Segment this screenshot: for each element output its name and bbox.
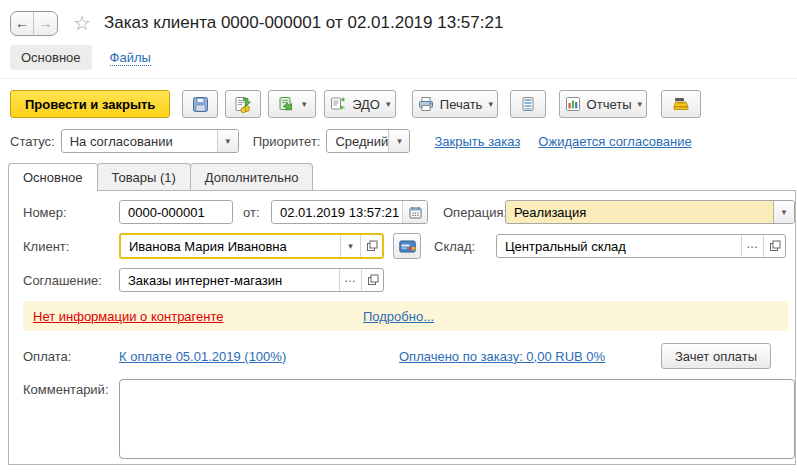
open-link-icon <box>769 240 781 252</box>
paid-by-order-link[interactable]: Оплачено по заказу: 0,00 RUB 0% <box>399 349 605 364</box>
page-title: Заказ клиента 0000-000001 от 02.01.2019 … <box>104 13 503 33</box>
number-value: 0000-000001 <box>120 205 232 220</box>
open-warehouse-button[interactable] <box>763 235 785 257</box>
dropdown-caret-icon[interactable]: ▾ <box>340 235 360 257</box>
choose-button[interactable]: … <box>339 269 361 291</box>
tab-goods[interactable]: Товары (1) <box>97 163 191 190</box>
nav-row: Основное Файлы <box>0 37 797 79</box>
report-chart-icon <box>565 96 581 112</box>
cash-register-icon <box>672 96 690 112</box>
client-row: Клиент: Иванова Мария Ивановна ▾ <box>15 233 795 259</box>
date-label: от: <box>243 205 265 220</box>
agreement-value: Заказы интернет-магазин <box>120 273 339 288</box>
status-row: Статус: На согласовании ▾ Приоритет: Сре… <box>0 119 797 154</box>
nav-item-files[interactable]: Файлы <box>110 50 151 66</box>
open-link-icon <box>366 240 378 252</box>
no-counterparty-info-link[interactable]: Нет информации о контрагенте <box>33 309 224 324</box>
edo-button-label: ЭДО <box>352 97 380 112</box>
operation-select[interactable]: Реализация ▾ <box>505 200 795 224</box>
counterparty-warning-bar: Нет информации о контрагенте Подробно... <box>23 301 788 331</box>
save-button[interactable] <box>182 90 218 118</box>
toolbar: Провести и закрыть <box>0 79 797 119</box>
client-value: Иванова Мария Ивановна <box>121 239 340 254</box>
choose-button[interactable]: … <box>741 235 763 257</box>
payment-offset-button[interactable]: Зачет оплаты <box>661 343 771 369</box>
print-button-label: Печать <box>440 97 483 112</box>
create-based-on-icon <box>278 96 296 113</box>
client-input[interactable]: Иванова Мария Ивановна ▾ <box>119 233 384 259</box>
save-icon <box>192 96 209 113</box>
agreement-label: Соглашение: <box>23 273 119 288</box>
cash-register-button[interactable] <box>661 90 701 118</box>
dropdown-caret-icon[interactable]: ▾ <box>773 201 794 223</box>
client-label: Клиент: <box>23 239 119 254</box>
payment-label: Оплата: <box>23 349 119 364</box>
status-label: Статус: <box>10 134 55 149</box>
calendar-icon <box>409 206 422 219</box>
reports-button[interactable]: Отчеты ▾ <box>559 90 647 118</box>
awaiting-approval-link[interactable]: Ожидается согласование <box>538 134 691 149</box>
comment-label: Комментарий: <box>23 379 119 397</box>
print-button[interactable]: Печать ▾ <box>412 90 498 118</box>
calendar-button[interactable] <box>402 201 427 223</box>
tab-strip: Основное Товары (1) Дополнительно <box>0 163 797 191</box>
document-register-button[interactable] <box>510 90 546 118</box>
printer-icon <box>418 96 434 112</box>
back-button[interactable]: ← <box>11 12 34 35</box>
tab-panel-main: Номер: 0000-000001 от: 02.01.2019 13:57:… <box>8 190 796 465</box>
reports-button-label: Отчеты <box>587 97 632 112</box>
comment-row: Комментарий: <box>15 379 795 459</box>
favorite-star-icon[interactable]: ☆ <box>73 13 91 33</box>
create-based-on-button[interactable]: ▾ <box>268 90 316 118</box>
details-link[interactable]: Подробно... <box>363 309 434 324</box>
close-order-link[interactable]: Закрыть заказ <box>434 134 520 149</box>
order-window: ← → ☆ Заказ клиента 0000-000001 от 02.01… <box>0 0 797 473</box>
dropdown-caret-icon: ▾ <box>638 99 643 109</box>
warehouse-input[interactable]: Центральный склад … <box>496 234 786 258</box>
dropdown-caret-icon: ▾ <box>386 99 391 109</box>
open-agreement-button[interactable] <box>361 269 383 291</box>
date-input[interactable]: 02.01.2019 13:57:21 <box>271 200 428 224</box>
agreement-input[interactable]: Заказы интернет-магазин … <box>119 268 384 292</box>
priority-label: Приоритет: <box>253 134 321 149</box>
payment-card-icon <box>399 240 416 253</box>
edo-icon <box>330 96 346 112</box>
priority-select[interactable]: Средний ▾ <box>326 129 410 153</box>
post-document-icon <box>234 96 252 113</box>
dropdown-caret-icon[interactable]: ▾ <box>217 130 238 152</box>
number-input[interactable]: 0000-000001 <box>119 200 233 224</box>
dropdown-caret-icon: ▾ <box>488 99 493 109</box>
warehouse-value: Центральный склад <box>497 239 741 254</box>
operation-label: Операция: <box>443 205 505 220</box>
register-list-icon <box>521 96 535 112</box>
history-nav: ← → <box>10 11 58 36</box>
forward-button[interactable]: → <box>34 12 57 35</box>
comment-input[interactable] <box>119 379 795 459</box>
payment-card-button[interactable] <box>393 233 421 259</box>
tab-main[interactable]: Основное <box>8 163 98 191</box>
dropdown-caret-icon[interactable]: ▾ <box>388 130 409 152</box>
priority-value: Средний <box>327 134 388 149</box>
window-header: ← → ☆ Заказ клиента 0000-000001 от 02.01… <box>0 0 797 37</box>
payment-due-link[interactable]: К оплате 05.01.2019 (100%) <box>119 349 286 364</box>
number-label: Номер: <box>23 205 119 220</box>
date-value: 02.01.2019 13:57:21 <box>272 205 402 220</box>
warehouse-label: Склад: <box>434 239 496 254</box>
number-row: Номер: 0000-000001 от: 02.01.2019 13:57:… <box>15 200 795 224</box>
status-select[interactable]: На согласовании ▾ <box>61 129 239 153</box>
tab-additional[interactable]: Дополнительно <box>190 163 314 190</box>
post-document-button[interactable] <box>225 90 261 118</box>
post-and-close-button[interactable]: Провести и закрыть <box>10 90 170 118</box>
agreement-row: Соглашение: Заказы интернет-магазин … <box>15 268 795 292</box>
open-client-button[interactable] <box>360 235 382 257</box>
status-value: На согласовании <box>62 134 217 149</box>
payment-row: Оплата: К оплате 05.01.2019 (100%) Оплач… <box>15 343 795 369</box>
operation-value: Реализация <box>506 205 773 220</box>
nav-item-main[interactable]: Основное <box>10 45 92 70</box>
open-link-icon <box>367 274 379 286</box>
edo-button[interactable]: ЭДО ▾ <box>324 90 396 118</box>
dropdown-caret-icon: ▾ <box>302 99 307 109</box>
